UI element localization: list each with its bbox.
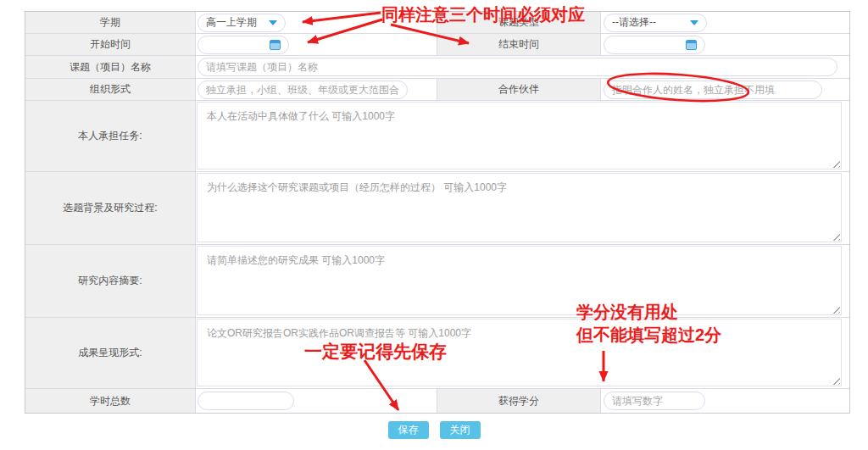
- row-background: 选题背景及研究过程:: [25, 172, 849, 245]
- project-name-label: 课题（项目）名称: [25, 56, 196, 78]
- total-hours-label: 学时总数: [25, 389, 196, 413]
- chevron-down-icon: [269, 20, 277, 25]
- semester-label: 学期: [25, 12, 196, 33]
- topic-type-select[interactable]: --请选择--: [604, 14, 707, 32]
- end-time-cell: [601, 34, 849, 55]
- my-task-label: 本人承担任务:: [25, 101, 196, 171]
- credits-label: 获得学分: [437, 389, 601, 413]
- row-hours-credits: 学时总数 获得学分: [25, 389, 849, 413]
- partner-input[interactable]: [612, 84, 814, 96]
- credits-cell: [601, 389, 849, 413]
- annotation-credit-note: 学分没有用处 但不能填写超过2分: [576, 301, 721, 347]
- org-form-input[interactable]: [206, 84, 399, 96]
- row-my-task: 本人承担任务:: [25, 101, 849, 172]
- close-button[interactable]: 关闭: [440, 421, 481, 439]
- my-task-cell: [196, 101, 849, 171]
- background-label: 选题背景及研究过程:: [25, 172, 196, 244]
- partner-cell: [601, 79, 849, 100]
- calendar-icon[interactable]: [686, 40, 697, 50]
- start-time-cell: [196, 34, 437, 55]
- total-hours-cell: [196, 389, 437, 413]
- action-button-bar: 保存 关闭: [0, 421, 868, 439]
- row-summary: 研究内容摘要:: [25, 245, 849, 318]
- summary-cell: [196, 245, 849, 317]
- end-time-input[interactable]: [604, 36, 705, 54]
- chevron-down-icon: [690, 20, 698, 25]
- summary-textarea[interactable]: [197, 246, 842, 315]
- background-cell: [196, 172, 849, 244]
- end-time-label: 结束时间: [437, 34, 601, 55]
- topic-type-cell: --请选择--: [601, 12, 849, 33]
- total-hours-input[interactable]: [206, 395, 286, 407]
- project-name-input[interactable]: [206, 61, 829, 73]
- row-project-name: 课题（项目）名称: [25, 56, 849, 79]
- calendar-icon[interactable]: [270, 40, 281, 50]
- annotation-time-note: 同样注意三个时间必须对应: [381, 3, 585, 26]
- row-org-partner: 组织形式 合作伙伴: [25, 79, 849, 101]
- save-button[interactable]: 保存: [388, 421, 429, 439]
- result-form-textarea[interactable]: [197, 319, 842, 386]
- project-form-page: 学期 高一上学期 课题类型 --请选择-- 开始时间: [0, 0, 868, 450]
- annotation-save-note: 一定要记得先保存: [304, 340, 447, 364]
- result-form-label: 成果呈现形式:: [25, 318, 196, 388]
- start-time-label: 开始时间: [25, 34, 196, 55]
- my-task-textarea[interactable]: [197, 102, 842, 169]
- org-form-label: 组织形式: [25, 79, 196, 100]
- project-name-cell: [196, 56, 849, 78]
- annotation-credit-note-line1: 学分没有用处: [576, 301, 721, 324]
- semester-select[interactable]: 高一上学期: [198, 14, 286, 32]
- credits-input[interactable]: [612, 395, 697, 407]
- summary-label: 研究内容摘要:: [25, 245, 196, 317]
- semester-selected-value: 高一上学期: [206, 15, 257, 30]
- partner-label: 合作伙伴: [437, 79, 601, 100]
- annotation-credit-note-line2: 但不能填写超过2分: [576, 324, 721, 347]
- org-form-cell: [196, 79, 437, 100]
- result-form-cell: [196, 318, 849, 388]
- background-textarea[interactable]: [197, 173, 842, 242]
- start-time-input[interactable]: [198, 36, 289, 54]
- topic-type-selected-value: --请选择--: [612, 15, 656, 30]
- row-time: 开始时间 结束时间: [25, 34, 849, 56]
